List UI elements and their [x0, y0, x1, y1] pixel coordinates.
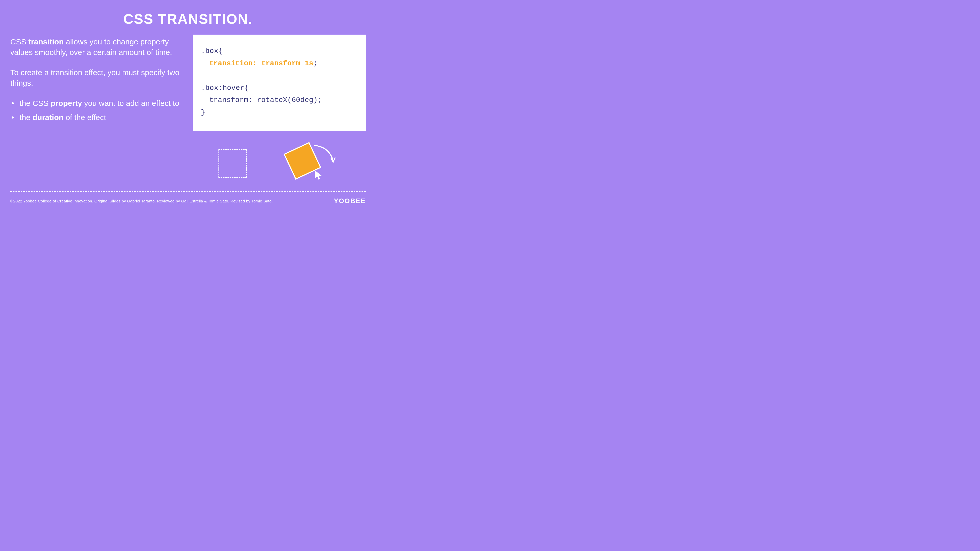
yoobee-logo: YOOBEE: [334, 197, 366, 205]
code-line: transition: transform 1s;: [201, 57, 357, 70]
dashed-square-icon: [218, 149, 247, 178]
text-bold: property: [51, 99, 82, 107]
text-bold: transition: [29, 37, 64, 46]
divider: [10, 191, 366, 192]
code-highlight: transition: transform 1s: [209, 59, 313, 67]
code-line: }: [201, 106, 357, 119]
footer: ©2022 Yoobee College of Creative Innovat…: [0, 191, 376, 211]
footer-row: ©2022 Yoobee College of Creative Innovat…: [10, 197, 366, 205]
text: transform: rotateX(60deg);: [201, 94, 322, 106]
text: CSS: [10, 37, 29, 46]
code-line: .box{: [201, 45, 357, 57]
list-item: the CSS property you want to add an effe…: [20, 98, 182, 109]
text: you want to add an effect to: [82, 99, 179, 107]
list-item: the duration of the effect: [20, 112, 182, 123]
paragraph-1: CSS transition allows you to change prop…: [10, 37, 182, 57]
bullet-list: the CSS property you want to add an effe…: [10, 98, 182, 123]
text: of the effect: [64, 113, 106, 122]
code-line: .box:hover{: [201, 82, 357, 94]
text-column: CSS transition allows you to change prop…: [10, 35, 182, 131]
code-block: .box{ transition: transform 1s; .box:hov…: [192, 35, 366, 131]
paragraph-2: To create a transition effect, you must …: [10, 67, 182, 88]
text-bold: duration: [33, 113, 64, 122]
code-line: transform: rotateX(60deg);: [201, 94, 357, 106]
text: the CSS: [20, 99, 51, 107]
illustration: [216, 144, 340, 188]
code-blank: [201, 70, 357, 82]
text: ;: [313, 59, 318, 67]
page-title: CSS TRANSITION.: [0, 0, 376, 35]
cursor-icon: [313, 169, 325, 181]
text: the: [20, 113, 33, 122]
curved-arrow-icon: [310, 141, 338, 170]
content-row: CSS transition allows you to change prop…: [0, 35, 376, 131]
copyright-text: ©2022 Yoobee College of Creative Innovat…: [10, 199, 273, 203]
